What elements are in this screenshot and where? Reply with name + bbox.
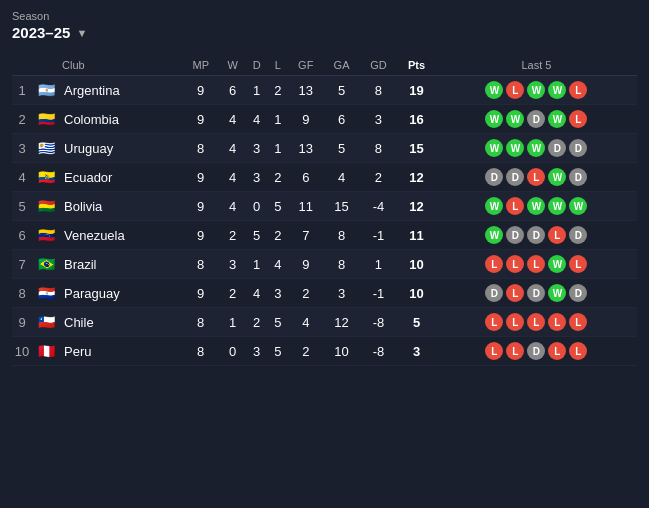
result-0: L <box>485 342 503 360</box>
l-cell: 2 <box>268 221 289 250</box>
w-cell: 6 <box>219 76 245 105</box>
table-row: 4 🇪🇨 Ecuador 9 4 3 2 6 4 2 12 DDLWD <box>12 163 637 192</box>
club-name-cell: Argentina <box>60 76 182 105</box>
pts-cell: 15 <box>397 134 436 163</box>
country-flag: 🇦🇷 <box>35 82 57 98</box>
club-name-cell: Paraguay <box>60 279 182 308</box>
rank-cell: 2 <box>12 105 32 134</box>
last5-cell: DDLWD <box>436 163 637 192</box>
table-row: 1 🇦🇷 Argentina 9 6 1 2 13 5 8 19 WLWWL <box>12 76 637 105</box>
mp-cell: 9 <box>182 105 219 134</box>
club-name-cell: Peru <box>60 337 182 366</box>
result-3: W <box>548 255 566 273</box>
country-flag: 🇵🇪 <box>35 343 57 359</box>
table-row: 5 🇧🇴 Bolivia 9 4 0 5 11 15 -4 12 WLWWW <box>12 192 637 221</box>
gd-cell: -1 <box>360 221 397 250</box>
last5-cell: WWDWL <box>436 105 637 134</box>
last5-cell: WDDLD <box>436 221 637 250</box>
club-name-cell: Uruguay <box>60 134 182 163</box>
last5-cell: WLWWW <box>436 192 637 221</box>
club-name-cell: Brazil <box>60 250 182 279</box>
col-last5-header: Last 5 <box>436 55 637 76</box>
gd-cell: 1 <box>360 250 397 279</box>
result-4: L <box>569 110 587 128</box>
l-cell: 2 <box>268 163 289 192</box>
result-4: W <box>569 197 587 215</box>
w-cell: 0 <box>219 337 245 366</box>
gd-cell: -8 <box>360 308 397 337</box>
table-row: 7 🇧🇷 Brazil 8 3 1 4 9 8 1 10 LLLWL <box>12 250 637 279</box>
result-1: L <box>506 313 524 331</box>
ga-cell: 15 <box>323 192 359 221</box>
last5-cell: DLDWD <box>436 279 637 308</box>
col-flag-header <box>32 55 60 76</box>
gf-cell: 9 <box>288 105 323 134</box>
d-cell: 1 <box>246 76 268 105</box>
club-name-cell: Bolivia <box>60 192 182 221</box>
gf-cell: 13 <box>288 134 323 163</box>
club-name-cell: Colombia <box>60 105 182 134</box>
gf-cell: 11 <box>288 192 323 221</box>
w-cell: 3 <box>219 250 245 279</box>
d-cell: 1 <box>246 250 268 279</box>
gd-cell: 8 <box>360 134 397 163</box>
d-cell: 3 <box>246 337 268 366</box>
country-flag: 🇵🇾 <box>35 285 57 301</box>
table-row: 2 🇨🇴 Colombia 9 4 4 1 9 6 3 16 WWDWL <box>12 105 637 134</box>
flag-cell: 🇧🇴 <box>32 192 60 221</box>
club-name-cell: Ecuador <box>60 163 182 192</box>
result-4: D <box>569 226 587 244</box>
result-1: L <box>506 197 524 215</box>
pts-cell: 5 <box>397 308 436 337</box>
w-cell: 4 <box>219 105 245 134</box>
result-3: W <box>548 168 566 186</box>
last5-cell: WWWDD <box>436 134 637 163</box>
result-2: D <box>527 284 545 302</box>
flag-cell: 🇻🇪 <box>32 221 60 250</box>
result-1: L <box>506 81 524 99</box>
result-1: L <box>506 284 524 302</box>
result-1: D <box>506 226 524 244</box>
result-0: L <box>485 313 503 331</box>
ga-cell: 8 <box>323 250 359 279</box>
result-0: W <box>485 197 503 215</box>
result-4: L <box>569 342 587 360</box>
pts-cell: 12 <box>397 192 436 221</box>
result-2: L <box>527 313 545 331</box>
result-4: L <box>569 81 587 99</box>
gf-cell: 9 <box>288 250 323 279</box>
d-cell: 3 <box>246 134 268 163</box>
gf-cell: 6 <box>288 163 323 192</box>
result-0: W <box>485 81 503 99</box>
pts-cell: 11 <box>397 221 436 250</box>
result-1: D <box>506 168 524 186</box>
flag-cell: 🇵🇾 <box>32 279 60 308</box>
result-1: W <box>506 110 524 128</box>
result-0: W <box>485 226 503 244</box>
table-row: 8 🇵🇾 Paraguay 9 2 4 3 2 3 -1 10 DLDWD <box>12 279 637 308</box>
gd-cell: -8 <box>360 337 397 366</box>
mp-cell: 9 <box>182 279 219 308</box>
result-3: D <box>548 139 566 157</box>
pts-cell: 12 <box>397 163 436 192</box>
ga-cell: 5 <box>323 76 359 105</box>
gf-cell: 2 <box>288 279 323 308</box>
chevron-down-icon: ▼ <box>76 27 87 39</box>
ga-cell: 8 <box>323 221 359 250</box>
rank-cell: 7 <box>12 250 32 279</box>
country-flag: 🇨🇱 <box>35 314 57 330</box>
result-1: L <box>506 342 524 360</box>
col-rank-header <box>12 55 32 76</box>
country-flag: 🇪🇨 <box>35 169 57 185</box>
season-selector[interactable]: 2023–25 ▼ <box>12 24 637 41</box>
mp-cell: 8 <box>182 337 219 366</box>
mp-cell: 8 <box>182 308 219 337</box>
l-cell: 5 <box>268 192 289 221</box>
table-header-row: Club MP W D L GF GA GD Pts Last 5 <box>12 55 637 76</box>
result-3: W <box>548 110 566 128</box>
flag-cell: 🇵🇪 <box>32 337 60 366</box>
mp-cell: 9 <box>182 221 219 250</box>
last5-cell: LLLWL <box>436 250 637 279</box>
col-gf-header: GF <box>288 55 323 76</box>
w-cell: 2 <box>219 279 245 308</box>
